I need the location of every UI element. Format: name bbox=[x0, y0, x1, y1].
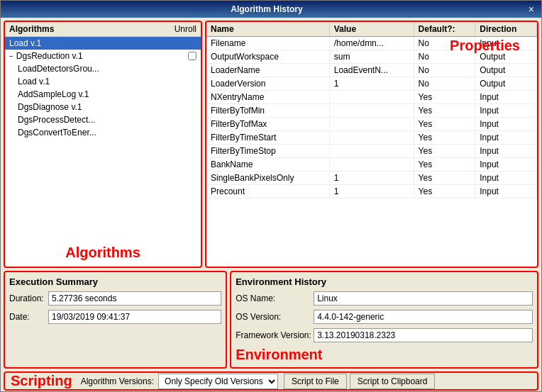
table-cell-default: Yes bbox=[414, 91, 475, 104]
environment-history-title: Environment History bbox=[236, 276, 533, 287]
table-cell-value bbox=[329, 118, 414, 131]
unroll-checkbox[interactable] bbox=[188, 52, 197, 60]
table-row[interactable]: Precount1YesInput bbox=[206, 185, 537, 198]
table-cell-default: Yes bbox=[414, 145, 475, 158]
main-content: Properties Algorithms Unroll Load v.1 − bbox=[1, 18, 541, 271]
date-value: 19/03/2019 09:41:37 bbox=[48, 310, 221, 324]
date-label: Date: bbox=[9, 312, 48, 322]
algorithm-versions-select[interactable]: Only Specify Old Versions Always Never bbox=[158, 374, 278, 389]
table-cell-value bbox=[329, 145, 414, 158]
framework-version-row: Framework Version: 3.13.20190318.2323 bbox=[236, 328, 533, 342]
table-cell-default: Yes bbox=[414, 104, 475, 118]
framework-version-label: Framework Version: bbox=[236, 330, 314, 340]
table-cell-name: BankName bbox=[206, 158, 329, 172]
list-item[interactable]: DgsConvertToEner... bbox=[5, 126, 201, 139]
list-item[interactable]: − DgsReduction v.1 bbox=[5, 50, 201, 62]
table-cell-direction: Input bbox=[475, 91, 537, 104]
unroll-column-header: Unroll bbox=[175, 24, 197, 34]
algorithms-column-header: Algorithms bbox=[9, 24, 175, 34]
table-cell-name: LoaderName bbox=[206, 64, 329, 77]
table-cell-default: Yes bbox=[414, 118, 475, 131]
properties-table-container: Name Value Default?: Direction Filename/… bbox=[206, 22, 537, 267]
list-item[interactable]: AddSampleLog v.1 bbox=[5, 88, 201, 101]
table-cell-value: sum bbox=[329, 50, 414, 64]
list-item[interactable]: DgsProcessDetect... bbox=[5, 113, 201, 126]
table-cell-direction: Input bbox=[475, 158, 537, 172]
bottom-section: Execution Summary Duration: 5.27736 seco… bbox=[1, 271, 541, 391]
table-row[interactable]: SingleBankPixelsOnly1YesInput bbox=[206, 172, 537, 185]
properties-panel: Name Value Default?: Direction Filename/… bbox=[205, 21, 538, 268]
date-row: Date: 19/03/2019 09:41:37 bbox=[9, 310, 221, 324]
table-row[interactable]: FilterByTofMinYesInput bbox=[206, 104, 537, 118]
algorithms-header: Algorithms Unroll bbox=[5, 22, 201, 37]
table-cell-default: No bbox=[414, 64, 475, 77]
os-name-value: Linux bbox=[314, 291, 533, 306]
table-row[interactable]: FilterByTofMaxYesInput bbox=[206, 118, 537, 131]
execution-summary-panel: Execution Summary Duration: 5.27736 seco… bbox=[4, 271, 227, 369]
list-item[interactable]: Load v.1 bbox=[5, 75, 201, 88]
duration-row: Duration: 5.27736 seconds bbox=[9, 291, 221, 306]
col-header-direction: Direction bbox=[475, 22, 537, 37]
framework-version-value: 3.13.20190318.2323 bbox=[314, 328, 533, 342]
col-header-name: Name bbox=[206, 22, 329, 37]
list-item[interactable]: LoadDetectorsGrou... bbox=[5, 62, 201, 75]
script-to-file-button[interactable]: Script to File bbox=[284, 374, 347, 389]
table-cell-default: Yes bbox=[414, 172, 475, 185]
table-row[interactable]: BankNameYesInput bbox=[206, 158, 537, 172]
table-cell-name: LoaderVersion bbox=[206, 77, 329, 91]
table-cell-name: FilterByTimeStop bbox=[206, 145, 329, 158]
table-cell-direction: Output bbox=[475, 77, 537, 91]
table-cell-default: No bbox=[414, 77, 475, 91]
table-cell-name: OutputWorkspace bbox=[206, 50, 329, 64]
list-item[interactable]: DgsDiagnose v.1 bbox=[5, 101, 201, 113]
table-row[interactable]: FilterByTimeStartYesInput bbox=[206, 131, 537, 145]
table-row[interactable]: NXentryNameYesInput bbox=[206, 91, 537, 104]
title-bar: Algorithm History × bbox=[1, 1, 541, 18]
table-cell-direction: Input bbox=[475, 145, 537, 158]
duration-value: 5.27736 seconds bbox=[48, 291, 221, 306]
table-cell-value: LoadEventN... bbox=[329, 64, 414, 77]
algorithms-section-title: Algorithms bbox=[5, 239, 201, 267]
algorithms-list: Load v.1 − DgsReduction v.1 LoadDetector… bbox=[5, 37, 201, 239]
env-panels: Execution Summary Duration: 5.27736 seco… bbox=[4, 271, 538, 371]
algorithm-name: Load v.1 bbox=[9, 38, 41, 48]
table-cell-name: SingleBankPixelsOnly bbox=[206, 172, 329, 185]
os-name-label: OS Name: bbox=[236, 293, 314, 303]
main-window: Algorithm History × Properties Algorithm… bbox=[0, 0, 542, 392]
table-cell-value bbox=[329, 104, 414, 118]
os-name-row: OS Name: Linux bbox=[236, 291, 533, 306]
table-cell-direction: Output bbox=[475, 64, 537, 77]
algorithms-panel: Algorithms Unroll Load v.1 − DgsReductio… bbox=[4, 21, 202, 268]
table-cell-value: 1 bbox=[329, 77, 414, 91]
table-row[interactable]: LoaderVersion1NoOutput bbox=[206, 77, 537, 91]
table-cell-direction: Input bbox=[475, 131, 537, 145]
close-button[interactable]: × bbox=[527, 4, 536, 15]
os-version-value: 4.4.0-142-generic bbox=[314, 310, 533, 324]
scripting-bar: Scripting Algorithm Versions: Only Speci… bbox=[4, 371, 538, 391]
table-cell-value bbox=[329, 131, 414, 145]
table-row[interactable]: LoaderNameLoadEventN...NoOutput bbox=[206, 64, 537, 77]
table-row[interactable]: FilterByTimeStopYesInput bbox=[206, 145, 537, 158]
table-cell-default: Yes bbox=[414, 158, 475, 172]
table-cell-default: Yes bbox=[414, 185, 475, 198]
table-cell-name: NXentryName bbox=[206, 91, 329, 104]
table-cell-direction: Input bbox=[475, 104, 537, 118]
table-cell-default: Yes bbox=[414, 131, 475, 145]
window-title: Algorithm History bbox=[6, 4, 527, 14]
table-cell-direction: Input bbox=[475, 185, 537, 198]
table-cell-name: Precount bbox=[206, 185, 329, 198]
table-cell-value: 1 bbox=[329, 172, 414, 185]
table-cell-value bbox=[329, 158, 414, 172]
table-cell-value bbox=[329, 91, 414, 104]
list-item[interactable]: Load v.1 bbox=[5, 37, 201, 50]
table-cell-name: Filename bbox=[206, 37, 329, 50]
table-cell-direction: Input bbox=[475, 118, 537, 131]
table-cell-direction: Input bbox=[475, 172, 537, 185]
script-to-clipboard-button[interactable]: Script to Clipboard bbox=[350, 374, 436, 389]
expand-icon[interactable]: − bbox=[9, 52, 13, 60]
algorithm-versions-label: Algorithm Versions: bbox=[81, 376, 154, 386]
table-cell-value: /home/dmn... bbox=[329, 37, 414, 50]
duration-label: Duration: bbox=[9, 293, 48, 303]
environment-history-panel: Environment History OS Name: Linux OS Ve… bbox=[230, 271, 538, 369]
table-cell-value: 1 bbox=[329, 185, 414, 198]
